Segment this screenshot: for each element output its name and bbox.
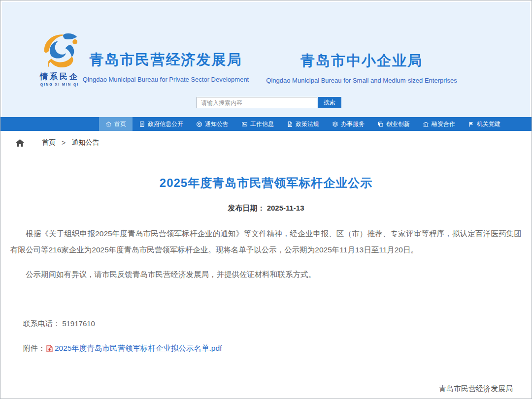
publish-date-label: 发布日期： xyxy=(228,204,265,212)
nav-item-label: 办事服务 xyxy=(341,120,365,128)
nav-item-label: 机关党建 xyxy=(477,120,500,128)
nav-item-label: 通知公告 xyxy=(205,120,229,128)
attachment-link[interactable]: 2025年度青岛市民营领军标杆企业拟公示名单.pdf xyxy=(55,343,222,354)
publish-date-value: 2025-11-13 xyxy=(267,204,304,212)
nav-item-financing[interactable]: 融资合作 xyxy=(416,117,462,131)
nav-item-party[interactable]: 机关党建 xyxy=(462,117,507,131)
breadcrumb-home-icon[interactable] xyxy=(16,139,24,147)
breadcrumb-current: 通知公告 xyxy=(71,138,99,147)
article-signature: 青岛市民营经济发展局 xyxy=(10,384,522,394)
bureau-secondary-name-en: Qingdao Municipal Bureau for Small and M… xyxy=(261,77,463,84)
nav-item-label: 政府信息公开 xyxy=(148,120,183,128)
bureau-primary-name-en: Qingdao Municipal Bureau for Private Sec… xyxy=(76,76,256,83)
nav-item-gov-info[interactable]: 政府信息公开 xyxy=(133,117,190,131)
attachment-label: 附件： xyxy=(23,344,45,353)
bank-icon xyxy=(423,121,429,127)
nav-item-home[interactable]: 首页 xyxy=(99,117,133,131)
bureau-secondary-name-cn: 青岛市中小企业局 xyxy=(261,51,463,71)
nav-item-services[interactable]: 办事服务 xyxy=(326,117,371,131)
pdf-file-icon xyxy=(46,345,53,352)
nav-item-notices[interactable]: 通知公告 xyxy=(190,117,235,131)
nav-item-label: 工作信息 xyxy=(250,120,274,128)
nav-item-label: 政策法规 xyxy=(296,120,319,128)
search-input[interactable] xyxy=(197,97,317,108)
search-bar: 搜索 xyxy=(197,97,341,108)
announcement-icon xyxy=(196,121,202,127)
layers-icon xyxy=(332,121,338,127)
image-icon xyxy=(241,121,248,127)
logo-text-en: QING XI MIN QI xyxy=(28,83,92,86)
main-nav: 首页 政府信息公开 通知公告 工作信息 政策法规 xyxy=(0,117,532,131)
site-header: 情系民企 QING XI MIN QI 青岛市民营经济发展局 Qingdao M… xyxy=(2,2,530,117)
search-button[interactable]: 搜索 xyxy=(318,97,341,108)
page: 情系民企 QING XI MIN QI 青岛市民营经济发展局 Qingdao M… xyxy=(0,0,532,399)
nav-item-label: 首页 xyxy=(114,120,126,128)
nav-item-innovation[interactable]: 创业创新 xyxy=(371,117,416,131)
contact-label: 联系电话： xyxy=(23,319,60,328)
article-paragraph-1: 根据《关于组织申报2025年度青岛市民营领军标杆企业的通知》等文件精神，经企业申… xyxy=(10,225,522,258)
article-title: 2025年度青岛市民营领军标杆企业公示 xyxy=(10,175,522,191)
breadcrumb-home-link[interactable]: 首页 xyxy=(42,138,56,147)
bureau-secondary-title: 青岛市中小企业局 Qingdao Municipal Bureau for Sm… xyxy=(261,51,463,84)
home-icon xyxy=(105,121,112,127)
nav-item-label: 融资合作 xyxy=(432,120,455,128)
copy-icon xyxy=(377,121,384,127)
nav-item-label: 创业创新 xyxy=(386,120,410,128)
nav-item-work-info[interactable]: 工作信息 xyxy=(235,117,280,131)
contact-line: 联系电话： 51917610 xyxy=(10,319,522,329)
policy-icon xyxy=(287,121,293,127)
contact-phone: 51917610 xyxy=(62,319,95,328)
bureau-primary-title: 青岛市民营经济发展局 Qingdao Municipal Bureau for … xyxy=(76,50,256,83)
nav-item-policies[interactable]: 政策法规 xyxy=(280,117,326,131)
publish-date-line: 发布日期： 2025-11-13 xyxy=(10,204,522,213)
breadcrumb-separator: > xyxy=(62,139,66,147)
flag-icon xyxy=(468,121,474,127)
breadcrumb: 首页 > 通知公告 xyxy=(0,131,532,154)
article: 2025年度青岛市民营领军标杆企业公示 发布日期： 2025-11-13 根据《… xyxy=(0,154,532,399)
bureau-primary-name-cn: 青岛市民营经济发展局 xyxy=(76,50,256,70)
article-paragraph-2: 公示期间如有异议，请市民反馈青岛市民营经济发展局，并提供佐证材料和联系方式。 xyxy=(10,266,522,282)
document-icon xyxy=(139,121,145,127)
attachment-line: 附件： 2025年度青岛市民营领军标杆企业拟公示名单.pdf xyxy=(10,343,522,354)
